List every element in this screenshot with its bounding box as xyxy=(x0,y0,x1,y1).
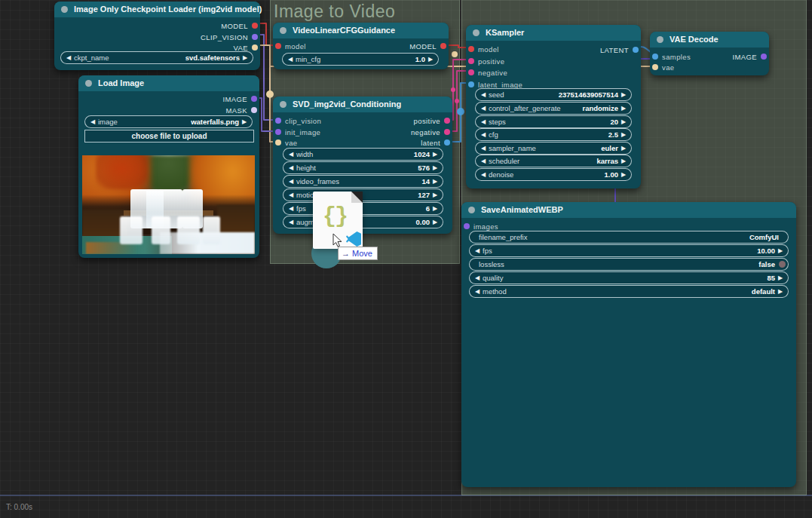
prev-arrow-icon[interactable]: ◀ xyxy=(473,286,482,297)
input-slot-positive[interactable]: positive xyxy=(466,57,553,66)
input-slot-model[interactable]: model xyxy=(466,44,553,54)
node-vae-decode[interactable]: VAE DecodesamplesvaeIMAGE xyxy=(650,32,769,75)
collapse-dot[interactable] xyxy=(280,27,286,34)
output-dot-negative[interactable] xyxy=(444,129,450,135)
prev-arrow-icon[interactable]: ◀ xyxy=(286,203,296,214)
input-dot-positive[interactable] xyxy=(468,58,474,64)
prev-arrow-icon[interactable]: ◀ xyxy=(479,143,488,154)
prev-arrow-icon[interactable]: ◀ xyxy=(286,189,296,201)
next-arrow-icon[interactable]: ▶ xyxy=(240,116,249,127)
prev-arrow-icon[interactable]: ◀ xyxy=(473,272,482,284)
widget-scheduler[interactable]: ◀▶schedulerkarras xyxy=(475,155,632,167)
output-dot-MODEL[interactable] xyxy=(440,43,446,49)
node-header-save-animated-webp[interactable]: SaveAnimatedWEBP xyxy=(461,202,796,218)
prev-arrow-icon[interactable]: ◀ xyxy=(88,116,97,127)
next-arrow-icon[interactable]: ▶ xyxy=(776,286,785,297)
next-arrow-icon[interactable]: ▶ xyxy=(619,103,628,114)
widget-video_frames[interactable]: ◀▶video_frames14 xyxy=(283,175,443,188)
node-svd-img2vid-conditioning[interactable]: SVD_img2vid_Conditioningclip_visioninit_… xyxy=(273,97,452,234)
input-slot-negative[interactable]: negative xyxy=(466,68,553,77)
node-checkpoint-loader[interactable]: Image Only Checkpoint Loader (img2vid mo… xyxy=(54,2,260,70)
prev-arrow-icon[interactable]: ◀ xyxy=(479,169,488,180)
widget-quality[interactable]: ◀▶quality85 xyxy=(469,271,789,284)
collapse-dot[interactable] xyxy=(473,29,480,36)
widget-augmentation_level[interactable]: ◀▶augmentation_level0.00 xyxy=(283,216,443,228)
prev-arrow-icon[interactable]: ◀ xyxy=(473,245,482,256)
next-arrow-icon[interactable]: ▶ xyxy=(619,129,628,140)
output-slot-IMAGE[interactable]: IMAGE xyxy=(169,94,259,103)
widget-fps[interactable]: ◀▶fps10.00 xyxy=(469,244,789,257)
output-dot-MODEL[interactable] xyxy=(252,23,258,29)
input-dot-images[interactable] xyxy=(464,223,470,229)
node-video-linear-cfg-guidance[interactable]: VideoLinearCFGGuidancemodelMODEL◀▶min_cf… xyxy=(273,23,449,69)
input-slot-images[interactable]: images xyxy=(461,222,629,231)
collapse-dot[interactable] xyxy=(657,36,663,43)
next-arrow-icon[interactable]: ▶ xyxy=(241,52,250,63)
output-dot-positive[interactable] xyxy=(444,118,450,124)
node-header-vae-decode[interactable]: VAE Decode xyxy=(650,32,769,48)
widget-steps[interactable]: ◀▶steps20 xyxy=(475,115,632,128)
collapse-dot[interactable] xyxy=(468,207,475,213)
next-arrow-icon[interactable]: ▶ xyxy=(619,155,628,167)
widget-motion_bucket_id[interactable]: ◀▶motion_bucket_id127 xyxy=(283,189,443,201)
node-header-checkpoint-loader[interactable]: Image Only Checkpoint Loader (img2vid mo… xyxy=(54,2,260,17)
input-slot-samples[interactable]: samples xyxy=(650,52,709,61)
widget-min_cfg[interactable]: ◀▶min_cfg1.0 xyxy=(282,53,439,66)
prev-arrow-icon[interactable]: ◀ xyxy=(286,162,296,173)
input-dot-vae[interactable] xyxy=(275,139,281,146)
output-dot-MASK[interactable] xyxy=(251,107,257,113)
prev-arrow-icon[interactable]: ◀ xyxy=(479,155,488,167)
widget-method[interactable]: ◀▶methoddefault xyxy=(469,285,789,298)
input-dot-clip_vision[interactable] xyxy=(275,118,281,124)
prev-arrow-icon[interactable]: ◀ xyxy=(479,89,488,100)
output-slot-positive[interactable]: positive xyxy=(363,116,452,125)
widget-fps[interactable]: ◀▶fps6 xyxy=(283,202,443,215)
node-ksampler[interactable]: KSamplermodelpositivenegativelatent_imag… xyxy=(466,25,641,189)
output-slot-MODEL[interactable]: MODEL xyxy=(158,21,260,30)
next-arrow-icon[interactable]: ▶ xyxy=(619,169,628,180)
node-header-ksampler[interactable]: KSampler xyxy=(466,25,641,41)
node-graph-canvas[interactable]: Image to VideoImage Only Checkpoint Load… xyxy=(0,0,812,518)
prev-arrow-icon[interactable]: ◀ xyxy=(479,116,488,127)
input-slot-model[interactable]: model xyxy=(273,41,360,51)
output-slot-MASK[interactable]: MASK xyxy=(169,106,259,115)
next-arrow-icon[interactable]: ▶ xyxy=(431,162,440,173)
next-arrow-icon[interactable]: ▶ xyxy=(619,89,628,100)
input-slot-init_image[interactable]: init_image xyxy=(273,127,363,136)
upload-button[interactable]: choose file to upload xyxy=(84,130,254,143)
input-dot-latent_image[interactable] xyxy=(468,81,474,87)
next-arrow-icon[interactable]: ▶ xyxy=(431,203,440,214)
widget-width[interactable]: ◀▶width1024 xyxy=(283,148,443,161)
collapse-dot[interactable] xyxy=(61,6,68,13)
node-load-image[interactable]: Load ImageIMAGEMASK◀▶imagewaterfalls.png… xyxy=(78,75,259,258)
node-header-load-image[interactable]: Load Image xyxy=(78,75,259,91)
output-slot-negative[interactable]: negative xyxy=(363,127,452,136)
prev-arrow-icon[interactable]: ◀ xyxy=(286,54,295,65)
collapse-dot[interactable] xyxy=(85,80,92,87)
widget-sampler_name[interactable]: ◀▶sampler_nameeuler xyxy=(475,142,632,155)
widget-control_after_generate[interactable]: ◀▶control_after_generaterandomize xyxy=(475,102,632,115)
node-header-svd-img2vid-conditioning[interactable]: SVD_img2vid_Conditioning xyxy=(273,97,452,112)
widget-filename_prefix[interactable]: filename_prefixComfyUI xyxy=(469,231,789,244)
next-arrow-icon[interactable]: ▶ xyxy=(426,54,435,65)
input-dot-samples[interactable] xyxy=(652,54,658,60)
prev-arrow-icon[interactable]: ◀ xyxy=(64,52,73,63)
widget-ckpt_name[interactable]: ◀▶ckpt_namesvd.safetensors xyxy=(60,51,253,64)
input-slot-clip_vision[interactable]: clip_vision xyxy=(273,116,363,125)
input-dot-vae[interactable] xyxy=(652,64,658,70)
widget-seed[interactable]: ◀▶seed237514639057514 xyxy=(475,88,632,101)
next-arrow-icon[interactable]: ▶ xyxy=(431,216,440,228)
next-arrow-icon[interactable]: ▶ xyxy=(431,189,440,201)
output-dot-CLIP_VISION[interactable] xyxy=(252,34,258,40)
input-dot-negative[interactable] xyxy=(468,69,474,75)
output-dot-IMAGE[interactable] xyxy=(761,54,767,60)
next-arrow-icon[interactable]: ▶ xyxy=(619,116,628,127)
output-slot-CLIP_VISION[interactable]: CLIP_VISION xyxy=(158,32,260,41)
output-dot-latent[interactable] xyxy=(444,139,450,146)
output-slot-LATENT[interactable]: LATENT xyxy=(553,45,641,54)
next-arrow-icon[interactable]: ▶ xyxy=(619,143,628,154)
node-save-animated-webp[interactable]: SaveAnimatedWEBPimagesfilename_prefixCom… xyxy=(461,202,796,487)
input-slot-vae[interactable]: vae xyxy=(273,138,363,147)
node-header-video-linear-cfg-guidance[interactable]: VideoLinearCFGGuidance xyxy=(273,23,449,38)
output-dot-IMAGE[interactable] xyxy=(251,96,257,102)
